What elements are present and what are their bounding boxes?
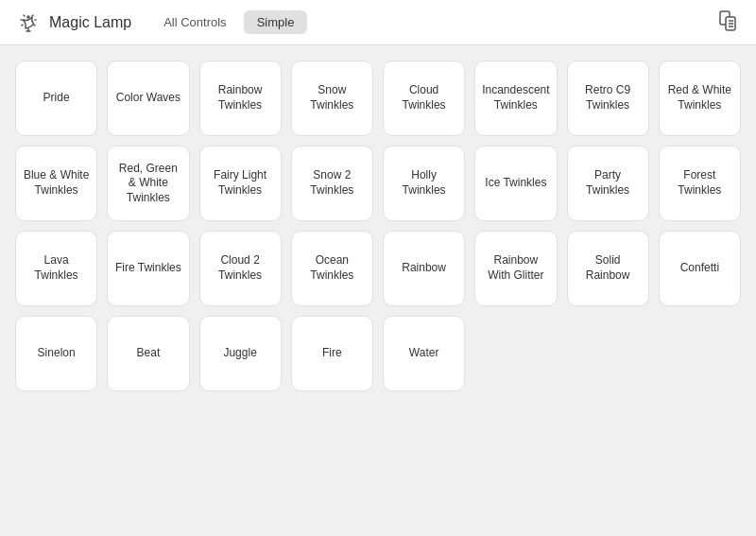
effect-tile[interactable]: Lava Twinkles (15, 231, 97, 306)
effect-tile[interactable]: Beat (107, 316, 189, 391)
header-nav: All Controls Simple (150, 10, 307, 34)
effect-tile[interactable]: Holly Twinkles (383, 146, 465, 221)
main-content: PrideColor WavesRainbow TwinklesSnow Twi… (0, 45, 756, 536)
effect-tile[interactable]: Red & White Twinkles (659, 61, 741, 136)
nav-all-controls[interactable]: All Controls (150, 10, 239, 34)
effect-tile[interactable]: Fire (291, 316, 373, 391)
svg-point-0 (27, 16, 29, 18)
effect-tile (567, 316, 649, 391)
app-logo (15, 9, 42, 36)
effect-tile[interactable]: Fire Twinkles (107, 231, 189, 306)
effect-tile[interactable]: Retro C9 Twinkles (567, 61, 649, 136)
nav-simple[interactable]: Simple (244, 10, 308, 34)
effect-tile[interactable]: Juggle (199, 316, 282, 391)
effect-tile[interactable]: Party Twinkles (567, 146, 649, 221)
effect-tile[interactable]: Water (383, 316, 465, 391)
effect-tile[interactable]: Pride (15, 61, 97, 136)
effect-tile (474, 316, 557, 391)
effect-tile[interactable]: Red, Green & White Twinkles (107, 146, 189, 221)
effect-tile[interactable]: Blue & White Twinkles (15, 146, 97, 221)
effect-tile[interactable]: Cloud 2 Twinkles (199, 231, 282, 306)
effect-tile[interactable]: Color Waves (107, 61, 189, 136)
effect-tile (659, 316, 741, 391)
effect-tile[interactable]: Rainbow (383, 231, 465, 306)
effect-tile[interactable]: Incandescent Twinkles (474, 61, 557, 136)
app-title: Magic Lamp (49, 14, 131, 31)
effect-tile[interactable]: Snow Twinkles (291, 61, 373, 136)
header: Magic Lamp All Controls Simple (0, 0, 756, 45)
effect-tile[interactable]: Forest Twinkles (659, 146, 741, 221)
effect-tile[interactable]: Cloud Twinkles (383, 61, 465, 136)
effect-tile[interactable]: Sinelon (15, 316, 97, 391)
effect-tile[interactable]: Solid Rainbow (567, 231, 649, 306)
header-right-icon[interactable] (714, 8, 741, 38)
effect-tile[interactable]: Ocean Twinkles (291, 231, 373, 306)
effect-tile[interactable]: Confetti (659, 231, 741, 306)
effect-tile[interactable]: Ice Twinkles (474, 146, 557, 221)
effect-tile[interactable]: Rainbow Twinkles (199, 61, 282, 136)
effect-tile[interactable]: Snow 2 Twinkles (291, 146, 373, 221)
effect-tile[interactable]: Fairy Light Twinkles (199, 146, 282, 221)
app-container: Magic Lamp All Controls Simple PrideColo… (0, 0, 756, 536)
effects-grid: PrideColor WavesRainbow TwinklesSnow Twi… (15, 61, 741, 391)
effect-tile[interactable]: Rainbow With Glitter (474, 231, 557, 306)
